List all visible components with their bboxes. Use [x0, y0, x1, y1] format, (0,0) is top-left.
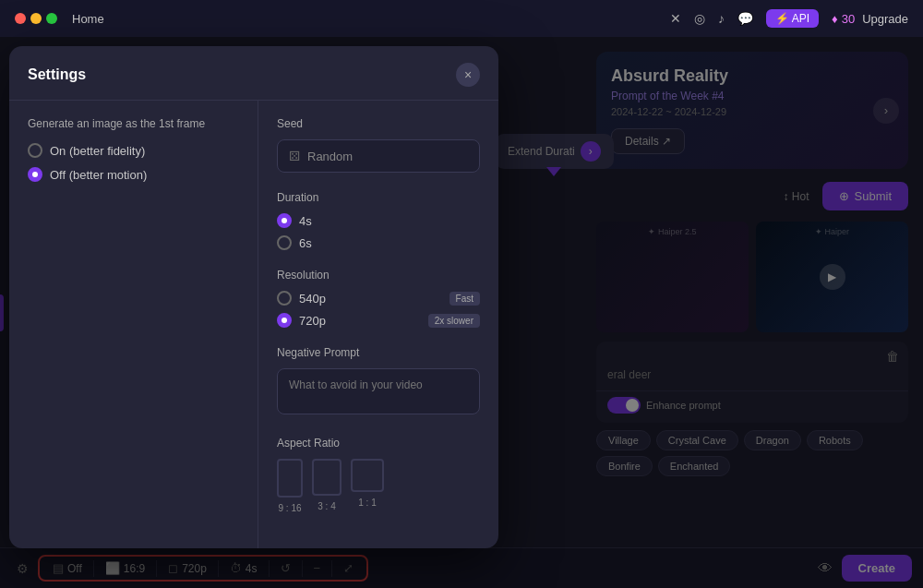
gem-icon: ♦ — [832, 12, 838, 26]
aspect-1-1[interactable]: 1 : 1 — [351, 459, 384, 513]
settings-header: Settings × — [9, 46, 498, 101]
settings-panel: Settings × Generate an image as the 1st … — [9, 46, 498, 548]
discord-icon[interactable]: 💬 — [737, 11, 753, 26]
aspect-3-4-label: 3 : 4 — [318, 501, 335, 511]
frame-option-off-label: Off (better motion) — [50, 168, 147, 182]
aspect-9-16-label: 9 : 16 — [278, 503, 301, 513]
frame-option-off[interactable]: Off (better motion) — [28, 167, 239, 182]
negative-prompt-input[interactable] — [277, 368, 480, 414]
maximize-traffic-light[interactable] — [46, 13, 57, 24]
seed-input[interactable]: ⚄ Random — [277, 139, 480, 173]
dice-icon: ⚄ — [289, 149, 300, 163]
settings-body: Generate an image as the 1st frame On (b… — [9, 101, 498, 548]
frame-radio-off[interactable] — [28, 167, 42, 182]
duration-options: 4s 6s — [277, 213, 480, 250]
aspect-ratio-label: Aspect Ratio — [277, 437, 480, 450]
resolution-540p-label: 540p — [299, 292, 326, 306]
gem-count: ♦ 30 — [832, 12, 855, 26]
negative-prompt-section: Negative Prompt — [277, 346, 480, 418]
duration-radio-6s[interactable] — [277, 235, 292, 250]
app-title: Home — [72, 12, 104, 26]
settings-right: Seed ⚄ Random Duration 4s — [258, 101, 498, 548]
duration-label: Duration — [277, 191, 480, 204]
seed-placeholder: Random — [307, 150, 353, 163]
minimize-traffic-light[interactable] — [30, 13, 42, 24]
frame-radio-group: On (better fidelity) Off (better motion) — [28, 143, 239, 182]
traffic-lights — [15, 13, 57, 24]
aspect-3-4[interactable]: 3 : 4 — [312, 459, 342, 513]
top-nav: Home ✕ ◎ ♪ 💬 ⚡ API ♦ 30 Upgrade — [0, 0, 923, 37]
resolution-radio-720p[interactable] — [277, 313, 292, 328]
duration-4s[interactable]: 4s — [277, 213, 480, 228]
settings-title: Settings — [28, 66, 86, 83]
aspect-9-16-shape — [277, 459, 303, 498]
resolution-540p[interactable]: 540p — [277, 291, 326, 306]
negative-prompt-label: Negative Prompt — [277, 346, 480, 359]
duration-6s[interactable]: 6s — [277, 235, 480, 250]
aspect-1-1-shape — [351, 459, 384, 492]
top-nav-right: ✕ ◎ ♪ 💬 ⚡ API ♦ 30 Upgrade — [670, 9, 908, 28]
frame-option-on[interactable]: On (better fidelity) — [28, 143, 239, 158]
aspect-ratio-options: 9 : 16 3 : 4 1 : 1 — [277, 459, 480, 513]
duration-4s-label: 4s — [299, 214, 312, 228]
twitter-icon[interactable]: ✕ — [670, 11, 681, 26]
api-button[interactable]: ⚡ API — [766, 9, 819, 28]
top-nav-left: Home — [15, 12, 104, 26]
fast-badge: Fast — [450, 292, 480, 306]
upgrade-section: ♦ 30 Upgrade — [832, 12, 908, 26]
resolution-section: Resolution 540p Fast 720p — [277, 269, 480, 328]
resolution-720p-row: 720p 2x slower — [277, 313, 480, 328]
tiktok-icon[interactable]: ♪ — [718, 11, 725, 26]
resolution-label: Resolution — [277, 269, 480, 282]
duration-6s-label: 6s — [299, 236, 312, 250]
seed-section: Seed ⚄ Random — [277, 117, 480, 173]
duration-radio-4s[interactable] — [277, 213, 292, 228]
instagram-icon[interactable]: ◎ — [694, 11, 705, 26]
main-content: Absurd Reality Prompt of the Week #4 202… — [0, 37, 923, 588]
slower-badge: 2x slower — [428, 314, 480, 328]
seed-label: Seed — [277, 117, 480, 130]
resolution-540p-row: 540p Fast — [277, 291, 480, 306]
duration-section: Duration 4s 6s — [277, 191, 480, 250]
resolution-720p[interactable]: 720p — [277, 313, 326, 328]
settings-left: Generate an image as the 1st frame On (b… — [9, 101, 258, 548]
resolution-720p-label: 720p — [299, 314, 326, 328]
aspect-ratio-section: Aspect Ratio 9 : 16 3 : 4 1 : 1 — [277, 437, 480, 513]
frame-section-title: Generate an image as the 1st frame — [28, 117, 239, 130]
frame-option-on-label: On (better fidelity) — [50, 144, 145, 158]
settings-close-button[interactable]: × — [456, 63, 480, 87]
aspect-3-4-shape — [312, 459, 342, 496]
resolution-options: 540p Fast 720p 2x slower — [277, 291, 480, 328]
close-traffic-light[interactable] — [15, 13, 26, 24]
frame-radio-on[interactable] — [28, 143, 42, 158]
upgrade-button[interactable]: Upgrade — [862, 12, 908, 26]
aspect-1-1-label: 1 : 1 — [358, 498, 376, 508]
resolution-radio-540p[interactable] — [277, 291, 292, 306]
aspect-9-16[interactable]: 9 : 16 — [277, 459, 303, 513]
